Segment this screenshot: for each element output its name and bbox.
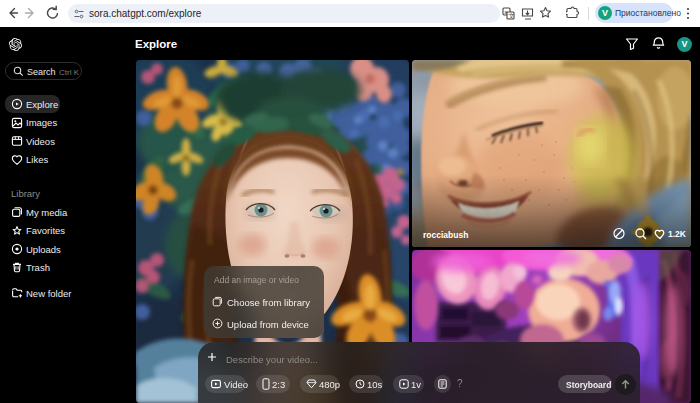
svg-text:1.2K: 1.2K (668, 229, 687, 239)
svg-text:文: 文 (509, 12, 515, 19)
